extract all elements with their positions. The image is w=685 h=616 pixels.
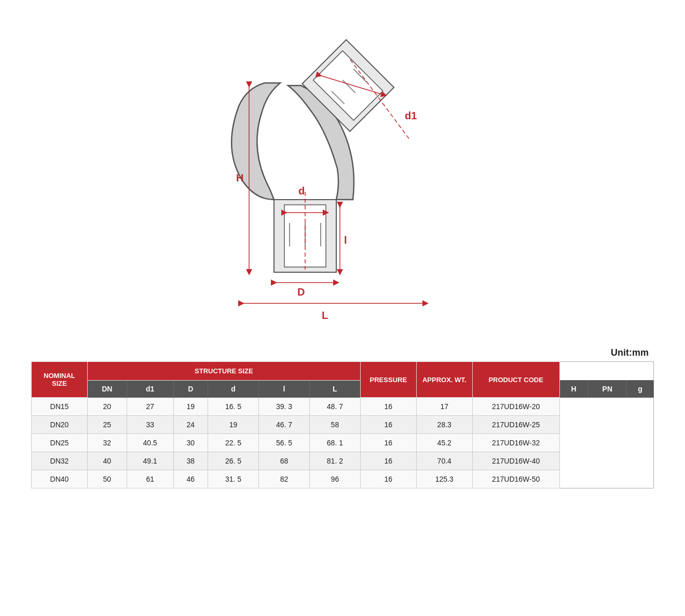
table-row: DN1520271916. 539. 348. 71617217UD16W-20 [32,398,654,416]
table-cell: 16 [360,452,416,470]
subheader-l: l [258,381,309,398]
table-cell: 24 [173,416,208,434]
subheader-H: H [559,381,588,398]
table-row: DN253240.53022. 556. 568. 11645.2217UD16… [32,434,654,452]
table-cell: 217UD16W-50 [472,470,559,488]
th-nominal-size: NOMINAL SIZE [32,362,88,398]
table-cell: 25 [87,416,127,434]
table-cell: 217UD16W-40 [472,452,559,470]
table-cell: 30 [173,434,208,452]
table-cell: 61 [127,470,173,488]
table-cell: 70.4 [416,452,472,470]
subheader-PN: PN [588,381,626,398]
table-cell: 96 [309,470,360,488]
table-section: Unit:mm NOMINAL SIZESTRUCTURE SIZEPRESSU… [31,347,654,488]
table-cell: 39. 3 [258,398,309,416]
table-cell: DN20 [32,416,88,434]
table-cell: 31. 5 [208,470,259,488]
table-cell: 48. 7 [309,398,360,416]
subheader-D: D [173,381,208,398]
table-cell: 81. 2 [309,452,360,470]
diagram-area: H d1 d l D L [31,21,654,342]
table-cell: 49.1 [127,452,173,470]
table-cell: 40 [87,452,127,470]
table-cell: DN25 [32,434,88,452]
svg-text:l: l [344,234,347,246]
table-cell: 27 [127,398,173,416]
table-row: DN4050614631. 5829616125.3217UD16W-50 [32,470,654,488]
svg-text:D: D [297,286,305,298]
svg-text:H: H [236,172,243,184]
table-cell: 19 [173,398,208,416]
table-cell: 68 [258,452,309,470]
table-cell: 19 [208,416,259,434]
table-cell: DN32 [32,452,88,470]
table-cell: DN15 [32,398,88,416]
table-cell: 16 [360,470,416,488]
table-cell: 16. 5 [208,398,259,416]
subheader-d: d [208,381,259,398]
svg-text:d: d [298,185,305,197]
table-cell: 82 [258,470,309,488]
table-row: DN324049.13826. 56881. 21670.4217UD16W-4… [32,452,654,470]
table-cell: 16 [360,416,416,434]
table-cell: DN40 [32,470,88,488]
subheader-g: g [626,381,653,398]
table-cell: 217UD16W-20 [472,398,559,416]
table-cell: 125.3 [416,470,472,488]
spec-table: NOMINAL SIZESTRUCTURE SIZEPRESSUREAPPROX… [31,361,654,488]
table-cell: 16 [360,398,416,416]
subheader-DN: DN [87,381,127,398]
table-cell: 17 [416,398,472,416]
table-cell: 46 [173,470,208,488]
table-cell: 40.5 [127,434,173,452]
svg-text:d1: d1 [405,110,417,121]
th-approx-wt: APPROX. WT. [416,362,472,398]
table-cell: 58 [309,416,360,434]
th-product-code: PRODUCT CODE [472,362,559,398]
table-cell: 32 [87,434,127,452]
table-body: DN1520271916. 539. 348. 71617217UD16W-20… [32,398,654,488]
table-cell: 33 [127,416,173,434]
th-pressure: PRESSURE [360,362,416,398]
subheader-d1: d1 [127,381,173,398]
table-cell: 56. 5 [258,434,309,452]
table-cell: 45.2 [416,434,472,452]
table-cell: 50 [87,470,127,488]
unit-label: Unit:mm [31,347,654,358]
subheader-L: L [309,381,360,398]
table-cell: 26. 5 [208,452,259,470]
table-cell: 46. 7 [258,416,309,434]
th-structure-size: STRUCTURE SIZE [87,362,360,381]
table-cell: 22. 5 [208,434,259,452]
svg-text:L: L [322,310,328,321]
table-cell: 20 [87,398,127,416]
diagram-svg: H d1 d l D L [161,39,524,329]
table-cell: 68. 1 [309,434,360,452]
table-row: DN202533241946. 7581628.3217UD16W-25 [32,416,654,434]
table-cell: 38 [173,452,208,470]
table-cell: 28.3 [416,416,472,434]
table-cell: 16 [360,434,416,452]
table-cell: 217UD16W-25 [472,416,559,434]
table-cell: 217UD16W-32 [472,434,559,452]
